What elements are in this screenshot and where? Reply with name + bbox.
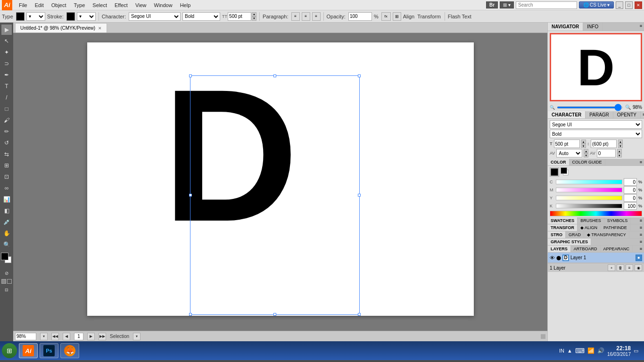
appearance-button[interactable]: fx xyxy=(381,12,391,21)
zoom-input[interactable] xyxy=(15,333,36,340)
arrow-up-icon[interactable]: ▲ xyxy=(567,348,572,354)
font-family-dropdown[interactable]: Segoe UI xyxy=(129,12,181,21)
rotate-tool[interactable]: ↺ xyxy=(1,138,12,148)
prev-page-button[interactable]: ◀◀ xyxy=(51,333,59,340)
layer-options-button[interactable]: ≡ xyxy=(626,264,633,271)
tab-stroke[interactable]: STRO xyxy=(548,231,566,238)
paintbrush-tool[interactable]: 🖌 xyxy=(1,115,12,125)
lasso-tool[interactable]: ⊃ xyxy=(1,58,12,69)
reshape-tool[interactable]: ⊡ xyxy=(1,172,12,182)
mirror-tool[interactable]: ⇆ xyxy=(1,149,12,159)
menu-view[interactable]: View xyxy=(132,1,150,9)
zoom-dropdown-button[interactable]: ▾ xyxy=(40,333,48,340)
font-size-panel-input[interactable] xyxy=(554,140,580,148)
pen-tool[interactable]: ✒ xyxy=(1,70,12,80)
color-swatches-stack[interactable] xyxy=(561,167,570,177)
taskbar-illustrator[interactable]: Ai xyxy=(19,343,38,358)
tab-paragraph[interactable]: PARAGR xyxy=(586,111,613,118)
handle-bl[interactable] xyxy=(189,313,192,316)
make-clip-button[interactable]: ◉ xyxy=(635,264,642,271)
font-weight-select[interactable]: Bold xyxy=(550,130,642,138)
graphic-styles-menu-button[interactable]: ≡ xyxy=(638,239,644,245)
page-input[interactable] xyxy=(74,333,83,340)
stroke-dropdown[interactable]: ▾ xyxy=(77,12,96,21)
yellow-slider[interactable] xyxy=(556,196,622,200)
start-button[interactable]: ⊞ xyxy=(2,343,17,358)
handle-br[interactable] xyxy=(358,313,361,316)
layer-thumbnail[interactable]: D xyxy=(562,255,569,261)
layer-lock-icon[interactable]: ⬤ xyxy=(556,255,561,260)
tab-transparency[interactable]: ◆ TRANSPARENCY xyxy=(584,231,629,238)
tab-opentype[interactable]: OPENTY xyxy=(613,111,641,118)
menu-window[interactable]: Window xyxy=(150,1,176,9)
layer-visibility-icon[interactable]: 👁 xyxy=(550,255,555,261)
font-size-spinner[interactable]: ▲ ▼ xyxy=(252,12,256,21)
menu-effect[interactable]: Effect xyxy=(111,1,132,9)
show-desktop-button[interactable]: ▭ xyxy=(634,348,638,354)
search-input[interactable] xyxy=(516,1,577,9)
new-layer-button[interactable]: + xyxy=(608,264,615,271)
magenta-slider[interactable] xyxy=(556,188,622,192)
tab-color[interactable]: COLOR xyxy=(548,159,570,165)
tab-artboard[interactable]: ARTBOARD xyxy=(571,246,601,252)
shape-tool[interactable]: □ xyxy=(1,104,12,114)
tracking-input[interactable] xyxy=(597,149,616,157)
handle-bm[interactable] xyxy=(273,313,276,316)
align-right-button[interactable]: ≡ xyxy=(312,12,321,21)
time-display[interactable]: 22:18 16/03/2017 xyxy=(607,345,631,357)
color-spectrum-bar[interactable] xyxy=(550,211,642,216)
tab-navigator[interactable]: NAVIGATOR xyxy=(548,23,583,31)
direct-selection-tool[interactable]: ↖ xyxy=(1,36,12,46)
scroll-corner[interactable] xyxy=(541,334,545,339)
size-spinner[interactable]: ▲ ▼ xyxy=(581,140,586,148)
yellow-value[interactable] xyxy=(624,194,637,202)
tab-transform[interactable]: TRANSFOR xyxy=(548,224,578,231)
font-weight-dropdown[interactable]: Bold xyxy=(182,12,220,21)
tab-layers[interactable]: LAYERS xyxy=(548,246,571,252)
stroke-color-swatch[interactable] xyxy=(66,12,75,21)
kern-spinner[interactable]: ▲ ▼ xyxy=(584,149,588,157)
gradient-tool[interactable]: ◧ xyxy=(1,206,12,216)
normal-mode-button[interactable] xyxy=(1,279,6,284)
character-menu-button[interactable]: ≡ xyxy=(641,111,644,118)
view-button[interactable]: ⊞ ▾ xyxy=(500,1,514,8)
stroke-menu-button[interactable]: ≡ xyxy=(638,231,644,238)
document-tab[interactable]: Untitled-1* @ 98% (CMYK/Preview) ✕ xyxy=(15,23,107,33)
layer-row[interactable]: 👁 ⬤ D Layer 1 ■ xyxy=(548,253,644,263)
drawing-mode-button[interactable]: ⊟ xyxy=(1,285,12,295)
menu-help[interactable]: Help xyxy=(176,1,195,9)
status-dropdown-button[interactable]: ▾ xyxy=(133,333,140,340)
align-left-button[interactable]: ≡ xyxy=(291,12,300,21)
navigator-menu-button[interactable]: ≡ xyxy=(638,23,644,31)
prev-button[interactable]: ◀ xyxy=(63,333,70,340)
tab-brushes[interactable]: BRUSHES xyxy=(578,217,604,224)
layers-menu-button[interactable]: ≡ xyxy=(638,246,644,252)
color-menu-button[interactable]: ≡ xyxy=(638,159,644,165)
tab-color-guide[interactable]: COLOR GUIDE xyxy=(570,159,605,165)
kerning-select[interactable]: Auto xyxy=(556,149,582,157)
delete-layer-button[interactable]: 🗑 xyxy=(617,264,624,271)
zoom-tool[interactable]: 🔍 xyxy=(1,239,12,250)
scale-tool[interactable]: ⊞ xyxy=(1,160,12,171)
none-indicator[interactable]: ⊘ xyxy=(1,268,12,278)
menu-edit[interactable]: Edit xyxy=(31,1,48,9)
cslive-button[interactable]: 🌐 CS Live ▾ xyxy=(579,1,614,8)
hand-tool[interactable]: ✋ xyxy=(1,228,12,239)
selection-tool[interactable]: ▶ xyxy=(1,25,12,35)
black-slider[interactable] xyxy=(556,204,622,208)
font-size-input[interactable] xyxy=(228,12,251,21)
cyan-slider[interactable] xyxy=(556,180,622,184)
text-object[interactable]: D xyxy=(163,66,299,245)
foreground-color[interactable] xyxy=(1,253,8,260)
tracking-spinner[interactable]: ▲ ▼ xyxy=(617,149,622,157)
taskbar-firefox[interactable]: 🦊 xyxy=(60,343,79,358)
close-button[interactable]: ✕ xyxy=(635,1,642,9)
next-page-button[interactable]: ▶▶ xyxy=(99,333,106,340)
pencil-tool[interactable]: ✏ xyxy=(1,126,12,137)
menu-type[interactable]: Type xyxy=(70,1,89,9)
bridge-button[interactable]: Br xyxy=(486,1,498,8)
tab-character[interactable]: CHARACTER xyxy=(548,111,586,118)
align-center-button[interactable]: ≡ xyxy=(302,12,310,21)
magic-wand-tool[interactable]: ✦ xyxy=(1,47,12,58)
screen-mode-button[interactable] xyxy=(7,279,12,284)
